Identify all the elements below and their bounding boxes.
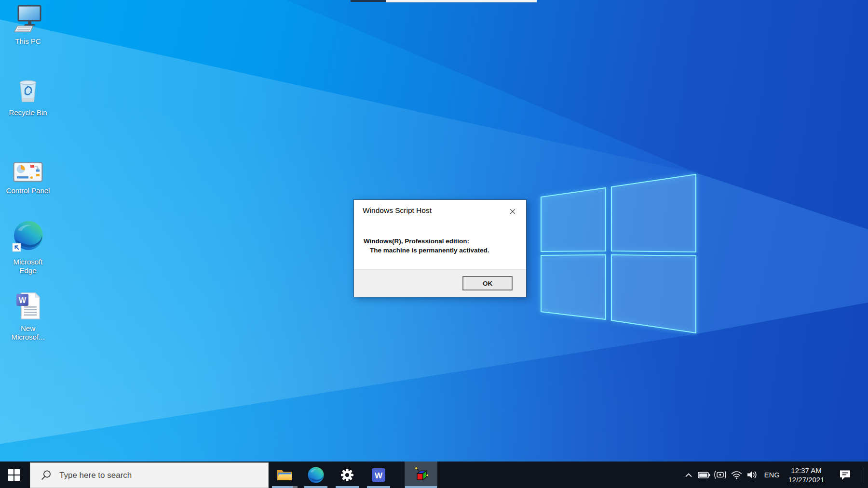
ok-button[interactable]: OK xyxy=(462,276,513,290)
taskbar-app-edge[interactable] xyxy=(301,462,331,488)
battery-icon xyxy=(698,470,711,480)
offscreen-window-edge[interactable] xyxy=(386,0,537,2)
language-indicator: ENG xyxy=(764,471,780,479)
action-center-button[interactable] xyxy=(833,462,856,488)
windows-script-host-dialog: Windows Script Host Windows(R), Professi… xyxy=(353,199,527,297)
this-pc-icon xyxy=(14,5,42,33)
tray-volume[interactable] xyxy=(745,462,760,488)
taskbar-app-file-explorer[interactable] xyxy=(270,462,299,488)
tray-network[interactable] xyxy=(729,462,744,488)
icon-label: New xyxy=(11,324,44,333)
desktop-icon-control-panel[interactable]: Control Panel xyxy=(3,154,53,195)
icon-label: This PC xyxy=(15,37,41,46)
word-document-icon: W xyxy=(14,292,42,320)
desktop-icon-recycle-bin[interactable]: Recycle Bin xyxy=(3,76,53,117)
recycle-bin-icon xyxy=(14,76,42,104)
word-icon: W xyxy=(371,468,386,482)
tray-date: 12/27/2021 xyxy=(788,475,824,484)
taskbar-app-activator[interactable] xyxy=(405,462,437,488)
gear-icon xyxy=(339,467,355,483)
dialog-footer: OK xyxy=(354,269,526,297)
search-input[interactable] xyxy=(58,470,217,481)
show-desktop-divider[interactable] xyxy=(864,467,864,482)
icon-label: Microsoft xyxy=(14,258,43,266)
activator-cube-icon xyxy=(412,466,430,484)
tray-clock[interactable]: 12:37 AM 12/27/2021 xyxy=(783,462,829,488)
dialog-message: Windows(R), Professional edition: The ma… xyxy=(364,237,489,255)
dialog-titlebar[interactable]: Windows Script Host xyxy=(354,200,526,221)
volume-icon xyxy=(746,470,759,480)
desktop-icon-new-word-document[interactable]: W NewMicrosof... xyxy=(3,292,53,342)
svg-text:W: W xyxy=(19,296,27,304)
tray-show-hidden-icons[interactable] xyxy=(682,462,695,488)
dialog-message-line1: Windows(R), Professional edition: xyxy=(364,237,489,246)
taskbar-app-settings[interactable] xyxy=(332,462,362,488)
file-explorer-icon xyxy=(276,468,293,482)
dialog-message-line2: The machine is permanently activated. xyxy=(364,246,489,255)
tray-time: 12:37 AM xyxy=(791,466,821,475)
running-indicator xyxy=(272,486,293,488)
running-indicator-active xyxy=(405,486,437,488)
windows-desktop: This PC Recycle Bin xyxy=(0,0,868,488)
wifi-icon xyxy=(731,470,743,480)
close-icon[interactable] xyxy=(505,205,520,218)
windows-logo-wallpaper xyxy=(530,164,709,347)
offscreen-window-edge-dark xyxy=(351,0,386,2)
chevron-up-icon xyxy=(683,470,694,480)
running-indicator-extra xyxy=(293,486,298,488)
tray-cast-display[interactable] xyxy=(713,462,727,488)
microsoft-edge-icon xyxy=(11,220,45,253)
icon-label: Recycle Bin xyxy=(9,108,47,117)
desktop-icon-microsoft-edge[interactable]: MicrosoftEdge xyxy=(3,220,53,275)
icon-label: Control Panel xyxy=(6,186,50,195)
windows-flag-icon xyxy=(8,469,20,481)
svg-text:W: W xyxy=(375,471,383,480)
cast-display-icon xyxy=(714,470,727,480)
taskbar-search-box[interactable] xyxy=(30,462,269,488)
tray-language[interactable]: ENG xyxy=(762,462,782,488)
start-button[interactable] xyxy=(0,462,28,488)
action-center-icon xyxy=(839,469,852,481)
search-icon xyxy=(41,470,52,481)
taskbar: W xyxy=(0,462,868,488)
running-indicator xyxy=(336,486,359,488)
running-indicator xyxy=(367,486,390,488)
control-panel-icon xyxy=(13,154,43,182)
running-indicator xyxy=(304,486,327,488)
dialog-title: Windows Script Host xyxy=(363,206,432,215)
tray-battery[interactable] xyxy=(696,462,712,488)
desktop-icon-this-pc[interactable]: This PC xyxy=(3,5,53,46)
taskbar-app-word[interactable]: W xyxy=(364,462,393,488)
edge-icon xyxy=(307,466,325,484)
